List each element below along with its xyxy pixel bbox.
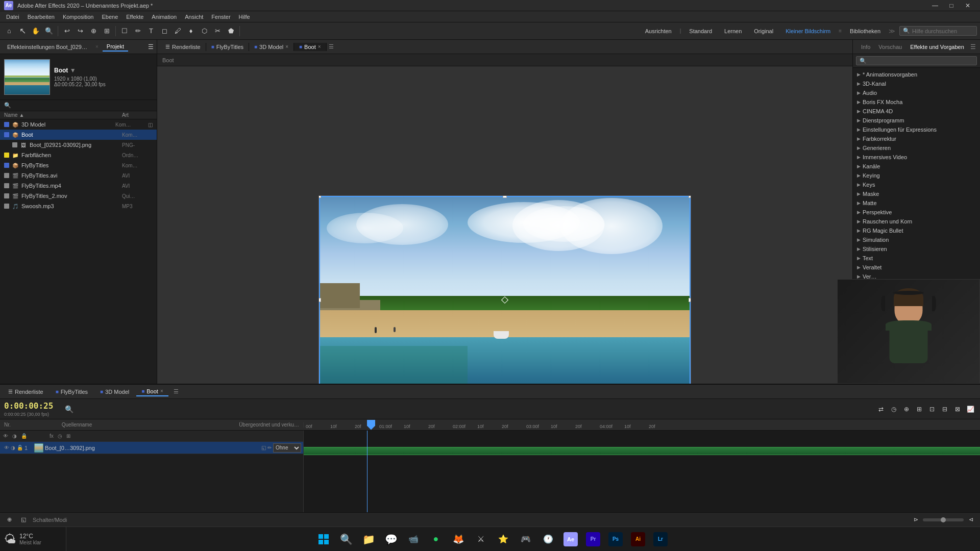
- comp-flow-btn[interactable]: ⇄: [875, 404, 887, 415]
- tool-clone[interactable]: ♦: [185, 25, 197, 37]
- menu-effekte[interactable]: Effekte: [122, 13, 148, 21]
- frame-blend-btn[interactable]: ⊟: [939, 404, 950, 415]
- project-item-bootpng[interactable]: 🖼 Boot_[02921-03092].png PNG-: [0, 140, 157, 150]
- project-item-3dmodel[interactable]: 📦 3D Model Kom… ◫: [0, 119, 157, 130]
- playhead-marker[interactable]: [367, 420, 375, 430]
- tab-preview[interactable]: Vorschau: [874, 43, 906, 51]
- taskbar-sword-btn[interactable]: ⚔: [471, 529, 491, 549]
- graph-editor-btn[interactable]: 📈: [965, 404, 976, 415]
- layer-eye[interactable]: 👁: [2, 445, 9, 450]
- effect-text[interactable]: ▶ Text: [853, 254, 980, 263]
- workspace-standard[interactable]: Standard: [685, 27, 716, 35]
- tool-zoom[interactable]: 🔍: [43, 25, 55, 37]
- effects-search-input[interactable]: [856, 56, 977, 65]
- effect-perspektive[interactable]: ▶ Perspektive: [853, 208, 980, 217]
- menu-komposition[interactable]: Komposition: [59, 13, 98, 21]
- panel-menu-icon[interactable]: ☰: [148, 43, 154, 51]
- taskbar-game-btn[interactable]: 🎮: [516, 529, 536, 549]
- minimize-button[interactable]: —: [927, 0, 943, 11]
- effect-einstellungen[interactable]: ▶ Einstellungen für Expressions: [853, 125, 980, 134]
- tool-redo[interactable]: ↪: [74, 25, 86, 37]
- effect-cinema4d[interactable]: ▶ CINEMA 4D: [853, 107, 980, 116]
- draft-3d-btn[interactable]: ⊕: [901, 404, 912, 415]
- tool-shape[interactable]: ◻: [158, 25, 170, 37]
- timeline-search-btn[interactable]: 🔍: [63, 404, 75, 415]
- effect-kanale[interactable]: ▶ Kanäle: [853, 162, 980, 171]
- menu-hilfe[interactable]: Hilfe: [235, 13, 254, 21]
- timeline-tab-3dmodel[interactable]: ■ 3D Model: [95, 388, 134, 396]
- boot-close[interactable]: ×: [318, 44, 321, 49]
- maximize-button[interactable]: □: [943, 0, 960, 11]
- taskbar-clock-btn[interactable]: 🕐: [538, 529, 558, 549]
- tool-align[interactable]: ⊞: [101, 25, 113, 37]
- workspace-lernen[interactable]: Lernen: [720, 27, 746, 35]
- handle-tl[interactable]: [318, 195, 321, 198]
- timeline-tab-menu[interactable]: ☰: [170, 388, 182, 395]
- taskbar-browser-btn[interactable]: 🦊: [448, 529, 469, 549]
- timeline-tab-renderliste[interactable]: ☰ Renderliste: [3, 388, 48, 396]
- project-item-farbflachen[interactable]: 📁 Farbflächen Ordn…: [0, 150, 157, 160]
- timeline-tab-flyby[interactable]: ■ FlyByTitles: [51, 388, 93, 396]
- effect-simulation[interactable]: ▶ Simulation: [853, 235, 980, 244]
- tab-info[interactable]: Info: [857, 43, 874, 51]
- in-point-btn[interactable]: ⊳: [911, 515, 921, 525]
- tool-text[interactable]: T: [145, 25, 157, 37]
- tool-null[interactable]: ⊕: [87, 25, 100, 37]
- project-item-swoosh[interactable]: 🎵 Swoosh.mp3 MP3: [0, 201, 157, 211]
- effect-dienstprogramm[interactable]: ▶ Dienstprogramm: [853, 116, 980, 125]
- taskbar-search-btn[interactable]: 🔍: [336, 529, 356, 549]
- menu-fenster[interactable]: Fenster: [207, 13, 234, 21]
- tool-eraser[interactable]: ⬡: [198, 25, 210, 37]
- tool-puppet[interactable]: ⬟: [225, 25, 237, 37]
- effects-panel-menu[interactable]: ☰: [970, 43, 976, 51]
- comp-tab-3dmodel[interactable]: ■ 3D Model ×: [249, 43, 294, 51]
- effect-animationsvorgaben[interactable]: ▶ * Animationsvorgaben: [853, 70, 980, 79]
- tool-select[interactable]: ↖: [16, 25, 29, 37]
- windows-start-btn[interactable]: [313, 529, 334, 549]
- tool-rect[interactable]: ☐: [118, 25, 131, 37]
- comp-tab-renderliste[interactable]: ☰ Renderliste: [160, 43, 206, 51]
- taskbar-camera-btn[interactable]: 📹: [403, 529, 424, 549]
- boot-tab-close[interactable]: ×: [160, 388, 163, 394]
- layer-preview-btn[interactable]: ◷: [888, 404, 899, 415]
- timeline-tab-boot[interactable]: ■ Boot ×: [136, 387, 168, 396]
- taskbar-lightroom-btn[interactable]: Lr: [650, 529, 671, 549]
- comp-tabs-menu[interactable]: ☰: [329, 43, 334, 50]
- effect-immersivesvideo[interactable]: ▶ Immersives Video: [853, 153, 980, 162]
- taskbar-chat-btn[interactable]: 💬: [381, 529, 401, 549]
- menu-ansicht[interactable]: Ansicht: [181, 13, 207, 21]
- live-update-btn[interactable]: ⊞: [914, 404, 925, 415]
- menu-ebene[interactable]: Ebene: [97, 13, 122, 21]
- project-search-input[interactable]: [13, 103, 153, 109]
- menu-animation[interactable]: Animation: [148, 13, 181, 21]
- effect-rgmagicbullet[interactable]: ▶ RG Magic Bullet: [853, 226, 980, 235]
- handle-tm[interactable]: [503, 195, 507, 198]
- close-button[interactable]: ✕: [960, 0, 976, 11]
- tool-pen[interactable]: ✏: [132, 25, 144, 37]
- layer-solo[interactable]: ◑: [11, 445, 15, 450]
- menu-datei[interactable]: Datei: [2, 13, 23, 21]
- handle-ml[interactable]: [318, 298, 321, 302]
- tab-effekteinstellungen[interactable]: Effekteinstellungen Boot_[029…: [3, 43, 91, 51]
- comp-tab-boot[interactable]: ■ Boot ×: [294, 43, 327, 51]
- menu-bearbeiten[interactable]: Bearbeiten: [23, 13, 59, 21]
- taskbar-star-btn[interactable]: ⭐: [493, 529, 513, 549]
- taskbar-photoshop-btn[interactable]: Ps: [605, 529, 626, 549]
- workspace-kleiner[interactable]: Kleiner Bildschirm: [781, 27, 835, 35]
- taskbar-ae-btn[interactable]: Ae: [560, 529, 581, 549]
- effect-stilisieren[interactable]: ▶ Stilisieren: [853, 244, 980, 254]
- out-point-btn[interactable]: ⊲: [966, 515, 976, 525]
- tool-home[interactable]: ⌂: [3, 25, 15, 37]
- layer-lock[interactable]: 🔓: [17, 445, 23, 450]
- tool-undo[interactable]: ↩: [61, 25, 73, 37]
- add-layer-btn[interactable]: ⊕: [4, 515, 14, 525]
- effect-borisfxmocha[interactable]: ▶ Boris FX Mocha: [853, 97, 980, 107]
- handle-mr[interactable]: [689, 298, 691, 302]
- zoom-slider[interactable]: [923, 518, 964, 521]
- effect-farbkorrektur[interactable]: ▶ Farbkorrektur: [853, 134, 980, 143]
- effect-keys[interactable]: ▶ Keys: [853, 180, 980, 189]
- 3dmodel-close[interactable]: ×: [285, 44, 288, 49]
- project-item-flybytitlesmp4[interactable]: 🎬 FlyByTitles.mp4 AVI: [0, 181, 157, 191]
- taskbar-whatsapp-btn[interactable]: ●: [426, 529, 446, 549]
- project-item-boot[interactable]: 📦 Boot Kom…: [0, 130, 157, 140]
